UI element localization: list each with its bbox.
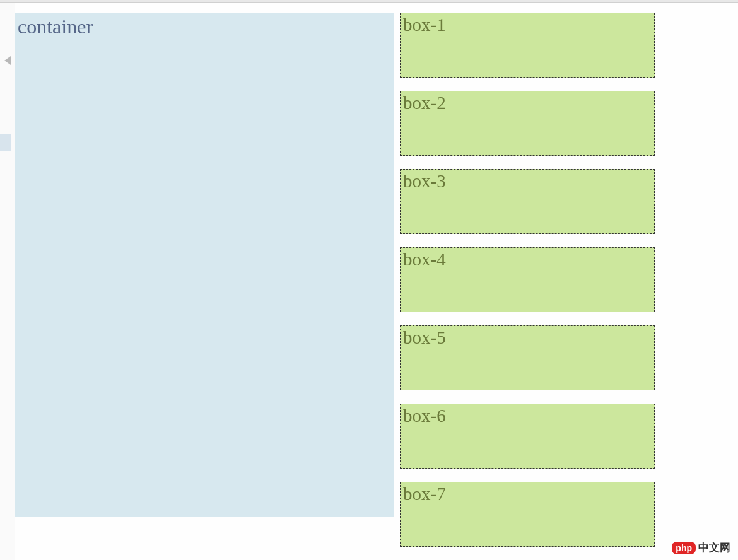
box-label: box-4 (403, 249, 654, 270)
box-2: box-2 (400, 91, 655, 156)
boxes-column: box-1 box-2 box-3 box-4 box-5 box-6 box-… (400, 13, 655, 560)
container-panel: container (15, 13, 394, 517)
box-6: box-6 (400, 404, 655, 469)
watermark-text: 中文网 (698, 540, 730, 555)
box-4: box-4 (400, 247, 655, 312)
left-edge (0, 3, 15, 560)
box-label: box-3 (403, 171, 654, 192)
top-bar (0, 0, 738, 3)
box-label: box-5 (403, 327, 654, 348)
watermark: php 中文网 (672, 540, 730, 555)
box-7: box-7 (400, 482, 655, 547)
box-3: box-3 (400, 169, 655, 234)
box-label: box-6 (403, 405, 654, 426)
container-label: container (18, 15, 394, 38)
php-badge: php (672, 542, 696, 554)
box-1: box-1 (400, 13, 655, 78)
box-5: box-5 (400, 325, 655, 390)
box-label: box-2 (403, 93, 654, 114)
box-label: box-7 (403, 484, 654, 505)
left-arrow-icon (4, 56, 11, 65)
left-highlight (0, 134, 11, 151)
box-label: box-1 (403, 15, 654, 35)
